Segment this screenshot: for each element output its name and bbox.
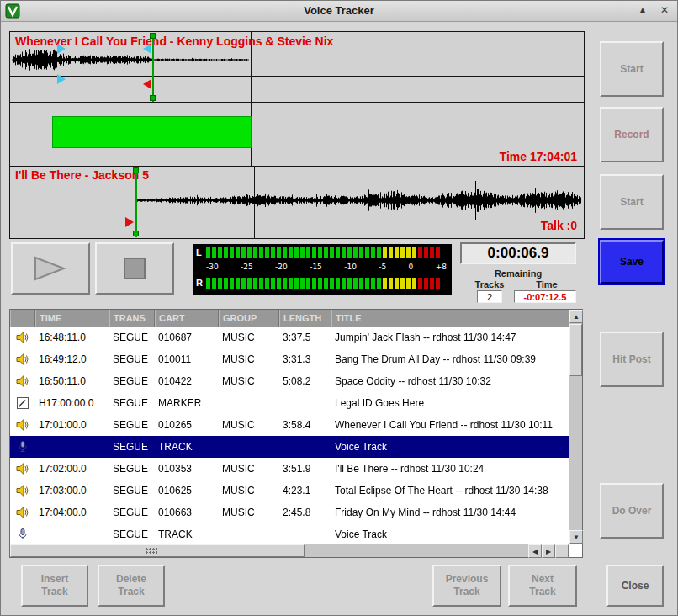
meter-segment: [312, 247, 316, 258]
meter-segment: [306, 278, 310, 289]
close-icon[interactable]: ✕: [657, 3, 672, 18]
play-button[interactable]: [11, 242, 90, 295]
column-header-icon[interactable]: [10, 310, 35, 327]
log-row[interactable]: 17:01:00.0SEGUE010265MUSIC3:58.4Whenever…: [10, 414, 569, 436]
meter-segment: [371, 247, 375, 258]
log-row[interactable]: 16:48:11.0SEGUE010687MUSIC3:37.5Jumpin' …: [10, 327, 569, 348]
cell-length: 4:23.1: [279, 485, 331, 497]
column-header-title[interactable]: TITLE: [331, 310, 569, 327]
cursor-handle-icon[interactable]: [133, 167, 139, 173]
column-header-time[interactable]: TIME: [35, 310, 109, 327]
log-row[interactable]: SEGUETRACKVoice Track: [10, 523, 569, 545]
log-row[interactable]: 17:02:00.0SEGUE010353MUSIC3:51.9I'll Be …: [10, 458, 569, 480]
cell-time: 17:04:00.0: [35, 507, 109, 518]
scroll-down-icon[interactable]: ▼: [569, 530, 583, 544]
meter-segment: [236, 247, 240, 258]
scroll-left-icon[interactable]: ◀: [528, 544, 542, 558]
start-marker-icon[interactable]: [143, 79, 151, 89]
speaker-icon: [10, 462, 35, 475]
start-track2-button[interactable]: Start: [600, 174, 664, 230]
meter-segment: [330, 247, 334, 258]
start-marker-icon[interactable]: [125, 217, 134, 227]
voicetrack-region-bar[interactable]: [52, 116, 252, 148]
meter-segment: [259, 247, 263, 258]
log-row[interactable]: H17:00:00.0SEGUEMARKERLegal ID Goes Here: [10, 392, 569, 414]
meter-segment: [224, 278, 228, 289]
log-header: TIME TRANS CART GROUP LENGTH TITLE: [10, 310, 569, 327]
cell-title: Whenever I Call You Friend -- rdhost 11/…: [331, 419, 569, 431]
cell-cart: 010625: [155, 485, 219, 497]
do-over-button[interactable]: Do Over: [600, 483, 664, 539]
track1-waveform[interactable]: [12, 45, 249, 75]
meter-segment: [377, 278, 381, 289]
save-button[interactable]: Save: [600, 240, 664, 284]
meter-segment: [324, 247, 328, 258]
track2-title: I'll Be There - Jackson 5: [15, 168, 149, 182]
meter-segment: [400, 247, 405, 258]
cell-trans: SEGUE: [109, 441, 155, 453]
track2-cursor[interactable]: [135, 167, 137, 237]
log-row[interactable]: 16:50:11.0SEGUE010422MUSIC5:08.2Space Od…: [10, 370, 569, 392]
shade-icon[interactable]: ▲: [635, 3, 650, 18]
vertical-scroll-thumb[interactable]: [569, 324, 582, 376]
cursor-handle-icon[interactable]: [133, 231, 139, 236]
log-row[interactable]: SEGUETRACKVoice Track: [10, 436, 569, 458]
cell-time: 17:03:00.0: [35, 485, 109, 497]
meter-segment: [389, 278, 393, 289]
meter-segment: [259, 278, 263, 289]
meter-segment: [336, 278, 340, 289]
cell-title: Voice Track: [331, 528, 569, 540]
meter-segment: [389, 247, 393, 258]
start-track1-button[interactable]: Start: [600, 41, 664, 97]
next-track-button[interactable]: Next Track: [508, 565, 577, 607]
cursor-handle-icon[interactable]: [150, 33, 156, 39]
column-header-cart[interactable]: CART: [155, 310, 219, 327]
editor-divider: [10, 102, 584, 103]
cell-length: 2:45.8: [279, 507, 331, 518]
cell-trans: SEGUE: [109, 332, 155, 343]
scrollbar-corner: [555, 544, 569, 558]
meter-scale: -30-25-20-15-10-50+8: [206, 263, 447, 271]
cell-time: 17:02:00.0: [35, 463, 109, 475]
scroll-right-icon[interactable]: ▶: [542, 544, 555, 558]
meter-segment: [306, 247, 310, 258]
log-row[interactable]: 17:03:00.0SEGUE010625MUSIC4:23.1Total Ec…: [10, 480, 569, 502]
speaker-icon: [10, 331, 35, 344]
horizontal-scrollbar[interactable]: ◀ ▶: [10, 544, 569, 557]
meter-scale-label: -30: [206, 263, 219, 271]
cell-cart: TRACK: [155, 528, 219, 540]
meter-segment: [289, 247, 293, 258]
cursor-handle-icon[interactable]: [150, 95, 156, 101]
previous-track-button[interactable]: Previous Track: [432, 565, 501, 607]
meter-segment: [395, 278, 399, 289]
meter-segment: [294, 278, 299, 289]
meter-segment: [336, 247, 340, 258]
cell-group: MUSIC: [219, 507, 279, 518]
meter-segment: [383, 247, 387, 258]
cue-marker-icon[interactable]: [57, 74, 66, 84]
insert-track-button[interactable]: Insert Track: [21, 565, 88, 607]
level-meter: L -30-25-20-15-10-50+8 R: [193, 244, 452, 295]
record-button[interactable]: Record: [600, 107, 664, 162]
column-header-length[interactable]: LENGTH: [279, 310, 331, 327]
delete-track-button[interactable]: Delete Track: [98, 565, 165, 607]
meter-scale-label: 0: [409, 263, 414, 271]
track1-cursor[interactable]: [152, 33, 154, 102]
cue-marker-icon[interactable]: [143, 44, 151, 54]
vertical-scrollbar[interactable]: ▲ ▼: [569, 310, 582, 544]
titlebar[interactable]: Voice Tracker ▲ ✕: [1, 1, 677, 22]
log-row[interactable]: 17:04:00.0SEGUE010663MUSIC2:45.8Friday O…: [10, 502, 569, 523]
horizontal-scroll-thumb[interactable]: [10, 544, 305, 557]
close-button[interactable]: Close: [606, 565, 664, 607]
cue-marker-icon[interactable]: [57, 44, 66, 54]
cell-trans: SEGUE: [109, 463, 155, 475]
track2-waveform[interactable]: [137, 180, 581, 220]
column-header-group[interactable]: GROUP: [219, 310, 279, 327]
column-header-trans[interactable]: TRANS: [109, 310, 155, 327]
stop-button[interactable]: [95, 242, 174, 295]
cell-trans: SEGUE: [109, 485, 155, 497]
cell-trans: SEGUE: [109, 375, 155, 387]
scroll-up-icon[interactable]: ▲: [569, 310, 583, 323]
log-row[interactable]: 16:49:12.0SEGUE010011MUSIC3:31.3Bang The…: [10, 348, 569, 370]
hit-post-button[interactable]: Hit Post: [600, 332, 664, 387]
